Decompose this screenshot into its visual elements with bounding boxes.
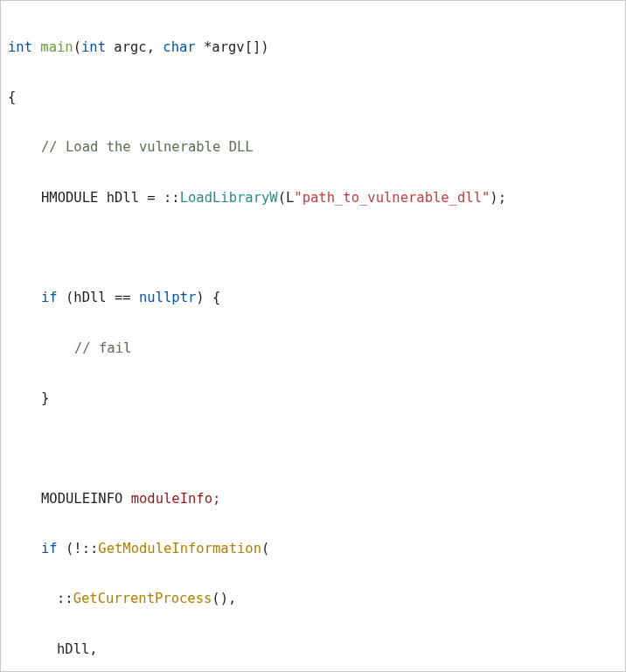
code-line: MODULEINFO moduleInfo; (8, 486, 622, 512)
code-line: if (hDll == nullptr) { (8, 285, 622, 311)
code-line: int main(int argc, char *argv[]) (8, 35, 622, 60)
code-line: } (8, 386, 622, 411)
code-line: ::GetCurrentProcess(), (8, 586, 622, 612)
code-line: // Load the vulnerable DLL (8, 135, 622, 160)
code-line: { (8, 85, 622, 110)
code-line: if (!::GetModuleInformation( (8, 536, 622, 562)
code-line: // fail (8, 336, 622, 361)
blank-line (8, 235, 622, 261)
code-line: hDll, (8, 637, 622, 662)
blank-line (8, 436, 622, 461)
code-line: HMODULE hDll = ::LoadLibraryW(L"path_to_… (8, 186, 622, 211)
code-block: int main(int argc, char *argv[]) { // Lo… (0, 0, 626, 672)
